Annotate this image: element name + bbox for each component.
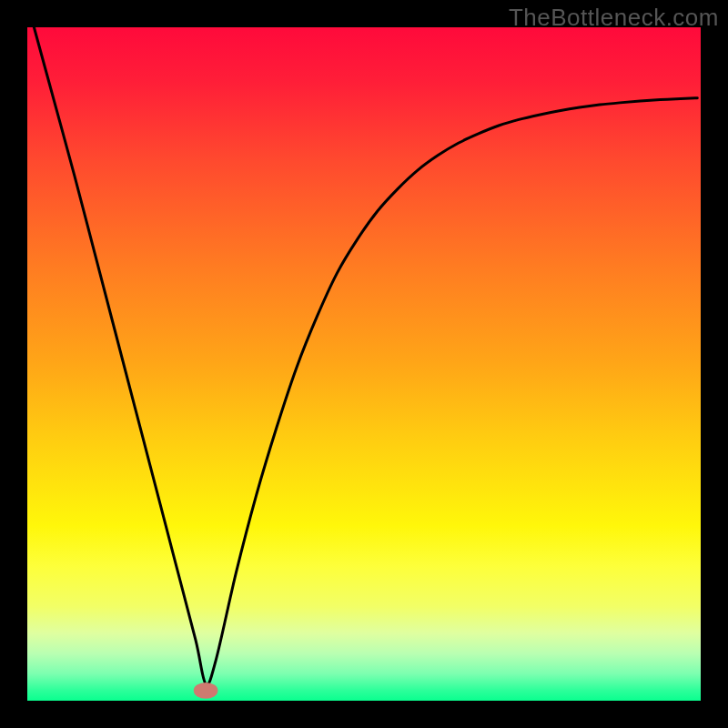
minimum-marker [194,682,218,699]
chart-frame: TheBottleneck.com [0,0,728,728]
gradient-background [27,27,701,701]
plot-svg [27,27,701,701]
watermark-text: TheBottleneck.com [509,4,719,32]
plot-area [27,27,701,701]
